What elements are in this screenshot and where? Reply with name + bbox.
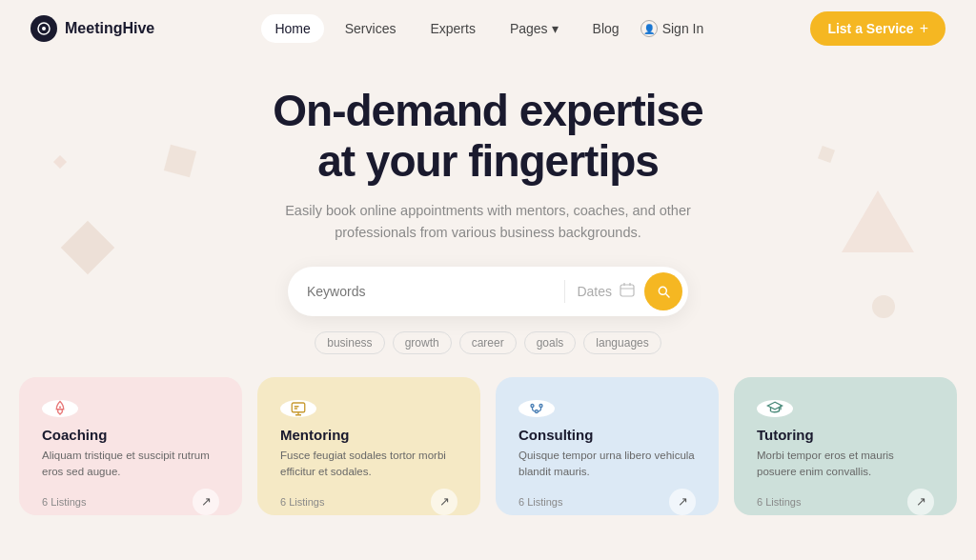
tutoring-footer: 6 Listings ↗ [757, 489, 934, 515]
mentoring-arrow[interactable]: ↗ [431, 489, 458, 515]
graduation-icon [766, 400, 783, 417]
coaching-desc: Aliquam tristique et suscipit rutrum ero… [42, 448, 219, 481]
coaching-title: Coaching [42, 427, 219, 443]
nav-home[interactable]: Home [261, 14, 323, 43]
svg-rect-2 [620, 285, 634, 296]
nav-blog[interactable]: Blog [580, 14, 633, 43]
consulting-title: Consulting [518, 427, 696, 443]
tutoring-desc: Morbi tempor eros et mauris posuere enim… [757, 448, 934, 481]
branch-icon [528, 400, 545, 417]
tutoring-icon-wrap [757, 400, 793, 417]
consulting-arrow[interactable]: ↗ [669, 489, 696, 515]
search-divider [564, 280, 565, 303]
mentoring-footer: 6 Listings ↗ [280, 489, 458, 515]
svg-point-6 [539, 405, 542, 408]
tutoring-arrow[interactable]: ↗ [907, 489, 934, 515]
svg-point-5 [531, 405, 534, 408]
coaching-icon-wrap [42, 400, 78, 417]
category-cards: Coaching Aliquam tristique et suscipit r… [0, 354, 976, 515]
mentoring-icon-wrap [280, 400, 316, 417]
navbar: MeetingHive Home Services Experts Pages … [0, 0, 976, 57]
search-icon [656, 284, 671, 299]
consulting-desc: Quisque tempor urna libero vehicula blan… [518, 448, 696, 481]
rocket-icon [51, 400, 69, 417]
search-bar: Dates [288, 267, 688, 316]
nav-links: Home Services Experts Pages ▾ Blog 👤 Sig… [261, 14, 703, 43]
chevron-down-icon: ▾ [552, 21, 559, 36]
tag-growth[interactable]: growth [393, 331, 452, 354]
tag-languages[interactable]: languages [583, 331, 661, 354]
consulting-icon-wrap [518, 400, 555, 417]
plus-icon: + [920, 20, 928, 37]
tag-business[interactable]: business [315, 331, 384, 354]
list-service-button[interactable]: List a Service + [810, 11, 946, 46]
card-mentoring[interactable]: Mentoring Fusce feugiat sodales tortor m… [257, 377, 480, 515]
svg-point-1 [42, 27, 46, 30]
card-consulting[interactable]: Consulting Quisque tempor urna libero ve… [496, 377, 719, 515]
coaching-arrow[interactable]: ↗ [193, 489, 219, 515]
tutoring-title: Tutoring [757, 427, 934, 443]
tag-list: business growth career goals languages [19, 331, 957, 354]
svg-point-3 [59, 407, 61, 409]
brand-name: MeetingHive [65, 20, 154, 37]
logo-icon [30, 15, 57, 42]
hero-title: On-demand expertise at your fingertips [19, 86, 957, 187]
coaching-footer: 6 Listings ↗ [42, 489, 219, 515]
logo[interactable]: MeetingHive [30, 15, 154, 42]
hero-subtitle: Easily book online appointments with men… [19, 200, 957, 244]
search-button[interactable] [644, 272, 682, 310]
mentoring-listings: 6 Listings [280, 496, 324, 508]
nav-pages[interactable]: Pages ▾ [497, 14, 572, 43]
mentoring-desc: Fusce feugiat sodales tortor morbi effic… [280, 448, 458, 481]
tutoring-listings: 6 Listings [757, 496, 801, 508]
tag-goals[interactable]: goals [524, 331, 577, 354]
date-field[interactable]: Dates [577, 282, 635, 301]
nav-services[interactable]: Services [332, 14, 410, 43]
tag-career[interactable]: career [459, 331, 517, 354]
screen-icon [290, 400, 307, 417]
keywords-input[interactable] [307, 284, 553, 299]
consulting-footer: 6 Listings ↗ [518, 489, 696, 515]
consulting-listings: 6 Listings [518, 496, 562, 508]
svg-rect-4 [292, 403, 305, 412]
svg-point-7 [536, 410, 539, 413]
coaching-listings: 6 Listings [42, 496, 86, 508]
nav-right: List a Service + [810, 11, 946, 46]
mentoring-title: Mentoring [280, 427, 458, 443]
hero-section: On-demand expertise at your fingertips E… [0, 57, 976, 354]
user-icon: 👤 [640, 20, 658, 37]
sign-in-link[interactable]: 👤 Sign In [640, 20, 704, 37]
card-tutoring[interactable]: Tutoring Morbi tempor eros et mauris pos… [734, 377, 957, 515]
card-coaching[interactable]: Coaching Aliquam tristique et suscipit r… [19, 377, 242, 515]
calendar-icon [620, 282, 635, 301]
nav-experts[interactable]: Experts [417, 14, 488, 43]
